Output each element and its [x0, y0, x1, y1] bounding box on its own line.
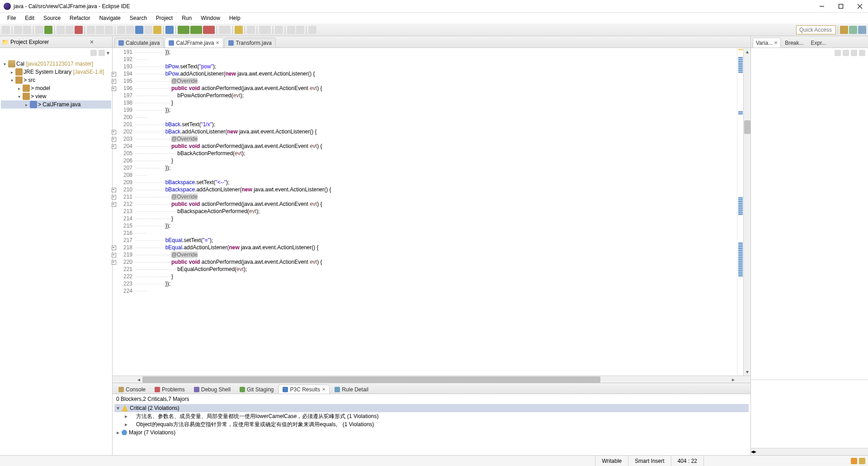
- nav1-button[interactable]: [275, 26, 283, 34]
- expand-toggle[interactable]: ▾: [15, 94, 23, 99]
- code-line[interactable]: ························@Override: [135, 193, 737, 200]
- code-line[interactable]: ························}: [135, 215, 737, 222]
- overview-mark[interactable]: [738, 68, 743, 69]
- code-line[interactable]: ····························bEqualAction…: [135, 266, 737, 273]
- menu-run[interactable]: Run: [177, 14, 196, 23]
- close-button[interactable]: [855, 2, 864, 11]
- editor-tab[interactable]: Calculate.java: [114, 38, 164, 48]
- overview-mark[interactable]: [738, 248, 743, 249]
- run-drop-button[interactable]: [190, 26, 202, 34]
- resume-button[interactable]: [57, 26, 65, 34]
- maximize-button[interactable]: [836, 2, 845, 11]
- code-line[interactable]: ····················bPow.setText("pow");: [135, 63, 737, 70]
- scrollbar-thumb[interactable]: [142, 376, 600, 383]
- line-number[interactable]: 211: [113, 193, 135, 200]
- line-number[interactable]: 191: [113, 48, 135, 56]
- tree-file-row[interactable]: ▸ > CalJFrame.java: [1, 100, 111, 109]
- line-number[interactable]: 199: [113, 106, 135, 114]
- link-editor-button[interactable]: [99, 50, 105, 56]
- overview-mark[interactable]: [738, 264, 743, 266]
- line-number[interactable]: 202: [113, 128, 135, 135]
- menu-navigate[interactable]: Navigate: [94, 14, 125, 23]
- show-type-names-button[interactable]: [835, 50, 841, 56]
- editor-tab[interactable]: Transform.java: [224, 38, 276, 48]
- line-number[interactable]: 219: [113, 251, 135, 258]
- stepinto-button[interactable]: [87, 26, 95, 34]
- overview-mark[interactable]: [738, 62, 743, 64]
- close-tab-icon[interactable]: ✕: [322, 387, 326, 392]
- debug-button[interactable]: [44, 26, 52, 34]
- line-number[interactable]: 198: [113, 99, 135, 106]
- code-line[interactable]: ························@Override: [135, 77, 737, 85]
- saveall-button[interactable]: [23, 26, 31, 34]
- code-line[interactable]: ····················bBackspace.setText("…: [135, 179, 737, 186]
- perspective-button-other[interactable]: [858, 26, 866, 34]
- stepreturn-button[interactable]: [105, 26, 113, 34]
- skip-button[interactable]: [35, 26, 43, 34]
- maximize-view-button[interactable]: [104, 39, 110, 45]
- overview-mark[interactable]: [738, 61, 743, 62]
- expand-toggle[interactable]: ▸: [123, 421, 130, 428]
- overview-mark[interactable]: [738, 252, 743, 253]
- bottom-tab[interactable]: Problems: [151, 385, 189, 394]
- line-number[interactable]: 213: [113, 208, 135, 215]
- line-number-gutter[interactable]: 1911921931941951961971981992002012022032…: [113, 48, 135, 376]
- perspective-button-java[interactable]: [840, 26, 848, 34]
- line-number[interactable]: 209: [113, 179, 135, 186]
- cov-drop-button[interactable]: [203, 26, 215, 34]
- code-line[interactable]: ········: [135, 56, 737, 63]
- toggle-button[interactable]: [153, 26, 161, 34]
- line-number[interactable]: 203: [113, 135, 135, 143]
- scroll-right-arrow[interactable]: ▸: [730, 376, 737, 383]
- stepover-button[interactable]: [96, 26, 104, 34]
- line-number[interactable]: 200: [113, 114, 135, 121]
- minimize-view-button[interactable]: [734, 387, 741, 394]
- remove-button[interactable]: [707, 387, 713, 394]
- overview-mark[interactable]: [738, 270, 743, 271]
- bottom-tab[interactable]: Debug Shell: [190, 385, 235, 394]
- tip-of-day-icon[interactable]: [851, 458, 857, 464]
- overview-mark[interactable]: [738, 197, 743, 199]
- code-line[interactable]: ····················bEqual.addActionList…: [135, 244, 737, 251]
- expand-toggle[interactable]: ▾: [1, 62, 8, 67]
- code-line[interactable]: ····················});: [135, 222, 737, 229]
- save-button[interactable]: [14, 26, 22, 34]
- code-line[interactable]: ························@Override: [135, 251, 737, 258]
- overview-mark[interactable]: [738, 201, 743, 202]
- code-line[interactable]: ····················});: [135, 48, 737, 56]
- code-line[interactable]: ························public void acti…: [135, 258, 737, 266]
- overview-mark[interactable]: [738, 71, 743, 73]
- line-number[interactable]: 206: [113, 157, 135, 164]
- line-number[interactable]: 201: [113, 121, 135, 128]
- variables-body[interactable]: [751, 58, 868, 380]
- show-logical-button[interactable]: [843, 50, 849, 56]
- overview-mark[interactable]: [738, 266, 743, 267]
- line-number[interactable]: 212: [113, 200, 135, 208]
- overview-mark[interactable]: [738, 250, 743, 251]
- overview-mark[interactable]: [738, 212, 743, 213]
- code-line[interactable]: ········: [135, 114, 737, 121]
- overview-mark[interactable]: [738, 208, 743, 209]
- newpkg-button[interactable]: [235, 26, 243, 34]
- close-tab-icon[interactable]: ✕: [216, 40, 219, 45]
- code-line[interactable]: ····················bEqual.setText("=");: [135, 237, 737, 244]
- pack1-button[interactable]: [117, 26, 125, 34]
- line-number[interactable]: 208: [113, 171, 135, 179]
- right-tab[interactable]: Expr...: [807, 38, 829, 48]
- tree-project-row[interactable]: ▾ Cal [java201721123017 master]: [1, 60, 111, 68]
- overview-mark[interactable]: [738, 206, 743, 208]
- expand-button[interactable]: [716, 387, 722, 394]
- a-btn-button[interactable]: [135, 26, 143, 34]
- right-horizontal-scrollbar[interactable]: ◂ ▸: [751, 448, 868, 455]
- major-group-row[interactable]: ▸ Major (7 Violations): [114, 428, 749, 437]
- code-line[interactable]: ························public void acti…: [135, 85, 737, 92]
- code-line[interactable]: ········: [135, 171, 737, 179]
- overview-mark[interactable]: [738, 243, 743, 244]
- code-line[interactable]: ····················});: [135, 280, 737, 287]
- menu-project[interactable]: Project: [151, 14, 177, 23]
- overview-mark[interactable]: [738, 244, 743, 246]
- code-line[interactable]: ····················});: [135, 106, 737, 114]
- menu-edit[interactable]: Edit: [20, 14, 39, 23]
- scroll-left-arrow[interactable]: ◂: [135, 376, 142, 383]
- line-number[interactable]: 217: [113, 237, 135, 244]
